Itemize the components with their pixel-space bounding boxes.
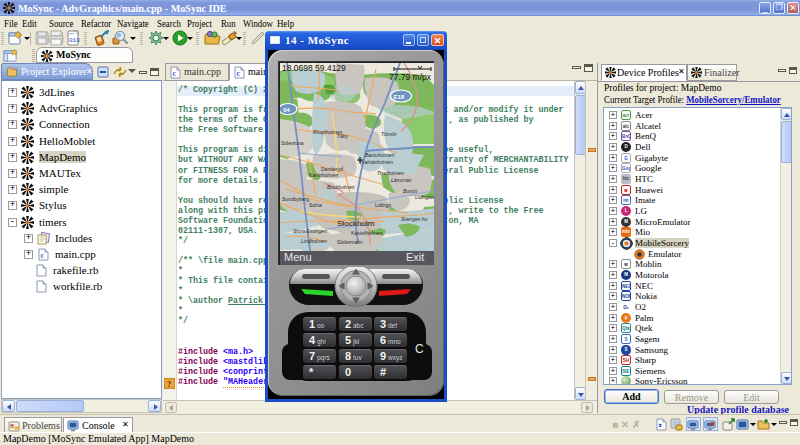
- svg-text:18.0698 59.4129: 18.0698 59.4129: [282, 63, 346, 73]
- svg-text:Solentuna: Solentuna: [281, 140, 304, 146]
- svg-text:Sveriges ho: Sveriges ho: [401, 216, 428, 222]
- svg-text:04: 04: [283, 107, 290, 113]
- svg-text:Tömön: Tömön: [381, 131, 397, 137]
- svg-text:Bastuholmen: Bastuholmen: [365, 152, 394, 158]
- svg-text:Lidingön: Lidingön: [415, 194, 434, 200]
- svg-text:Kaninholmen: Kaninholmen: [309, 172, 338, 178]
- svg-text:Länsman: Länsman: [391, 177, 412, 183]
- svg-text:Lidingo: Lidingo: [375, 202, 391, 208]
- svg-text:Tvalnäsholmen: Tvalnäsholmen: [359, 159, 393, 165]
- svg-text:Tiselholmen: Tiselholmen: [377, 170, 404, 176]
- svg-text:E18: E18: [394, 94, 405, 100]
- svg-text:Stockholm: Stockholm: [337, 219, 375, 228]
- svg-text:Solna: Solna: [309, 202, 322, 208]
- svg-text:Sundbyberg: Sundbyberg: [282, 196, 309, 202]
- svg-text:77.79 m/px: 77.79 m/px: [389, 72, 432, 82]
- svg-text:Södermalm: Södermalm: [337, 239, 363, 245]
- svg-text:Kastellholmen: Kastellholmen: [351, 230, 383, 236]
- svg-text:010: 010: [69, 37, 80, 44]
- svg-text:Bockholmen: Bockholmen: [327, 184, 355, 190]
- svg-text:Lindholmen: Lindholmen: [301, 238, 327, 244]
- svg-text:c: c: [173, 69, 177, 78]
- svg-text:c: c: [41, 251, 45, 260]
- svg-text:c: c: [237, 69, 241, 78]
- svg-text:?: ?: [167, 380, 171, 389]
- svg-text:Stora Essingen: Stora Essingen: [293, 228, 327, 234]
- svg-text:Täby: Täby: [337, 133, 349, 139]
